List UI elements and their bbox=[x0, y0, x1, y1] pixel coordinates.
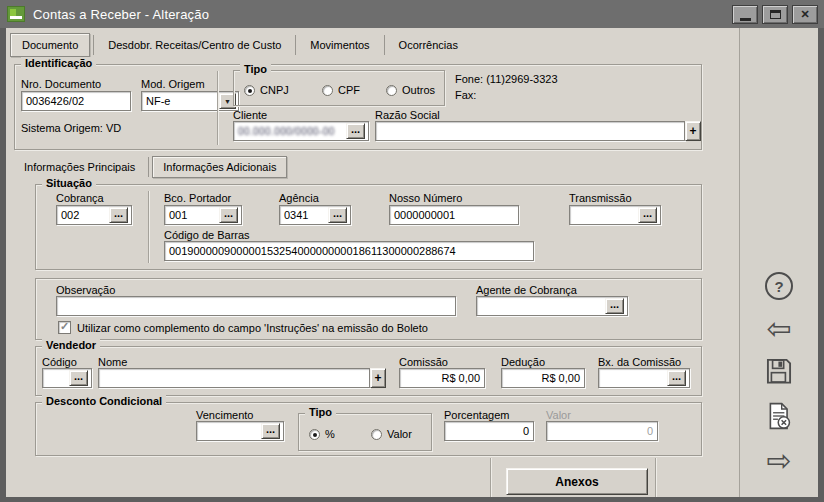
boleto-checkbox[interactable]: ✓ bbox=[58, 321, 71, 334]
radio-cpf-label: CPF bbox=[338, 84, 360, 96]
cliente-field[interactable]: 00.000.000/0000-00 ... bbox=[233, 121, 369, 141]
next-arrow-icon[interactable]: ⇨ bbox=[766, 447, 791, 475]
deducao-label: Dedução bbox=[501, 356, 545, 368]
vencimento-label: Vencimento bbox=[196, 409, 253, 421]
add-plus-icon[interactable]: + bbox=[685, 121, 701, 141]
anexos-button[interactable]: Anexos bbox=[506, 468, 648, 495]
comissao-label: Comissão bbox=[399, 356, 448, 368]
app-icon bbox=[7, 6, 25, 22]
radio-outros[interactable]: Outros bbox=[386, 84, 435, 96]
tab-separator bbox=[93, 35, 94, 55]
agente-cobranca-field[interactable]: ... bbox=[476, 296, 628, 316]
lookup-ellipsis-icon[interactable]: ... bbox=[638, 207, 657, 223]
check-icon: ✓ bbox=[60, 320, 69, 333]
bx-comissao-field[interactable]: ... bbox=[598, 368, 690, 388]
porcentagem-field[interactable]: 0 bbox=[444, 421, 534, 441]
action-sidebar: ? ⇦ bbox=[739, 28, 818, 497]
radio-cpf[interactable]: CPF bbox=[322, 84, 360, 96]
fone-text: Fone: (11)2969-3323 bbox=[455, 73, 558, 85]
radio-cnpj[interactable]: CNPJ bbox=[244, 84, 289, 96]
lookup-ellipsis-icon[interactable]: ... bbox=[328, 207, 347, 223]
cobranca-field[interactable]: 002 ... bbox=[56, 205, 132, 225]
form-area: Documento Desdobr. Receitas/Centro de Cu… bbox=[6, 28, 818, 497]
window: Contas a Receber - Alteração ✕ Documento… bbox=[0, 0, 824, 502]
lookup-ellipsis-icon[interactable]: ... bbox=[346, 123, 365, 139]
vencimento-field[interactable]: ... bbox=[196, 421, 284, 441]
valor-field: 0 bbox=[546, 421, 658, 441]
boleto-checkbox-label: Utilizar como complemento do campo 'Inst… bbox=[77, 322, 428, 334]
cliente-label: Cliente bbox=[233, 109, 267, 121]
bx-comissao-label: Bx. da Comissão bbox=[598, 356, 681, 368]
radio-off-icon bbox=[386, 85, 397, 96]
lookup-ellipsis-icon[interactable]: ... bbox=[605, 298, 624, 314]
title-bar: Contas a Receber - Alteração ✕ bbox=[0, 0, 824, 28]
observacao-group: Observação Agente de Cobrança ... ✓ Util… bbox=[35, 278, 702, 340]
tab-informacoes-principais[interactable]: Informações Principais bbox=[14, 157, 145, 177]
tab-desdobr-receitas[interactable]: Desdobr. Receitas/Centro de Custo bbox=[97, 34, 292, 56]
transmissao-field[interactable]: ... bbox=[569, 205, 661, 225]
main-tab-bar: Documento Desdobr. Receitas/Centro de Cu… bbox=[10, 32, 469, 58]
lookup-ellipsis-icon[interactable]: ... bbox=[667, 370, 686, 386]
razao-social-label: Razão Social bbox=[375, 109, 440, 121]
maximize-icon[interactable] bbox=[762, 5, 788, 24]
add-plus-icon[interactable]: + bbox=[370, 368, 386, 388]
bco-portador-label: Bco. Portador bbox=[164, 192, 231, 204]
nosso-numero-field[interactable]: 0000000001 bbox=[389, 205, 519, 225]
razao-social-field[interactable] bbox=[375, 121, 685, 141]
agencia-field[interactable]: 0341 ... bbox=[279, 205, 351, 225]
sub-tab-bar: Informações Principais Informações Adici… bbox=[14, 155, 287, 179]
tab-separator bbox=[148, 157, 149, 177]
comissao-field[interactable]: R$ 0,00 bbox=[399, 368, 485, 388]
radio-percentual[interactable]: % bbox=[309, 428, 335, 440]
tab-ocorrencias[interactable]: Ocorrências bbox=[388, 34, 469, 56]
radio-on-icon bbox=[309, 429, 320, 440]
cancel-document-icon[interactable] bbox=[766, 402, 792, 432]
mod-origem-label: Mod. Origem bbox=[141, 78, 205, 90]
help-icon[interactable]: ? bbox=[765, 272, 793, 300]
codigo-barras-field[interactable]: 0019000009000001532540000000001861130000… bbox=[164, 241, 534, 261]
situacao-title: Situação bbox=[42, 177, 96, 189]
radio-valor[interactable]: Valor bbox=[371, 428, 412, 440]
vendedor-nome-field[interactable] bbox=[98, 368, 370, 388]
lookup-ellipsis-icon[interactable]: ... bbox=[109, 207, 128, 223]
sistema-origem-text: Sistema Origem: VD bbox=[21, 122, 121, 134]
vendedor-codigo-field[interactable]: ... bbox=[42, 368, 92, 388]
nro-documento-label: Nro. Documento bbox=[21, 78, 101, 90]
tab-documento[interactable]: Documento bbox=[10, 33, 90, 57]
desconto-tipo-title: Tipo bbox=[305, 406, 336, 418]
vendedor-nome-label: Nome bbox=[98, 356, 127, 368]
window-title: Contas a Receber - Alteração bbox=[33, 7, 209, 22]
bco-portador-field[interactable]: 001 ... bbox=[164, 205, 242, 225]
tipo-title: Tipo bbox=[240, 63, 271, 75]
codigo-barras-label: Código de Barras bbox=[164, 229, 250, 241]
vendedor-codigo-label: Código bbox=[42, 356, 77, 368]
radio-off-icon bbox=[322, 85, 333, 96]
mod-origem-select[interactable]: NF-e ▼ bbox=[141, 91, 239, 111]
radio-cnpj-label: CNPJ bbox=[260, 84, 289, 96]
minimize-icon[interactable] bbox=[732, 5, 758, 24]
divider bbox=[148, 191, 149, 263]
divider bbox=[490, 458, 491, 497]
divider bbox=[655, 458, 656, 497]
previous-arrow-icon[interactable]: ⇦ bbox=[766, 315, 791, 343]
divider bbox=[217, 71, 218, 145]
tipo-group: Tipo CNPJ CPF Outros bbox=[233, 70, 445, 106]
radio-percentual-label: % bbox=[325, 428, 335, 440]
transmissao-label: Transmissão bbox=[569, 192, 632, 204]
vendedor-group: Vendedor Código ... Nome + Comissão R$ 0… bbox=[35, 346, 702, 396]
lookup-ellipsis-icon[interactable]: ... bbox=[219, 207, 238, 223]
close-icon[interactable]: ✕ bbox=[792, 5, 818, 24]
situacao-group: Situação Cobrança 002 ... Bco. Portador … bbox=[35, 184, 702, 270]
tab-movimentos[interactable]: Movimentos bbox=[299, 34, 380, 56]
desconto-tipo-group: Tipo % Valor bbox=[298, 413, 432, 451]
vendedor-title: Vendedor bbox=[42, 339, 100, 351]
identificacao-group: Identificação Nro. Documento 0036426/02 … bbox=[14, 64, 702, 150]
lookup-ellipsis-icon[interactable]: ... bbox=[261, 423, 280, 439]
lookup-ellipsis-icon[interactable]: ... bbox=[69, 370, 88, 386]
observacao-field[interactable] bbox=[56, 296, 456, 316]
desconto-condicional-group: Desconto Condicional Vencimento ... Tipo… bbox=[35, 402, 702, 456]
tab-informacoes-adicionais[interactable]: Informações Adicionais bbox=[152, 156, 287, 178]
deducao-field[interactable]: R$ 0,00 bbox=[501, 368, 585, 388]
nro-documento-field[interactable]: 0036426/02 bbox=[21, 91, 131, 111]
save-icon[interactable] bbox=[765, 358, 793, 387]
